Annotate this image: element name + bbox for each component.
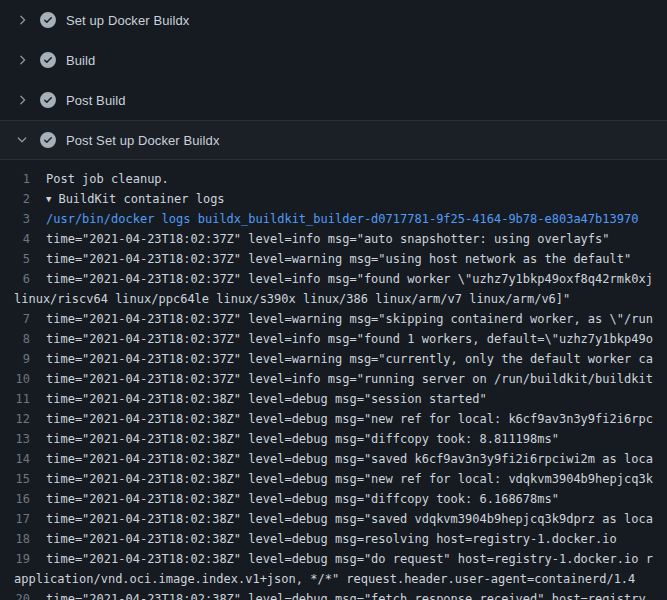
- log-line-text: time="2021-04-23T18:02:38Z" level=debug …: [46, 409, 667, 429]
- log-line-number[interactable]: 8: [0, 329, 46, 349]
- log-line-number[interactable]: 19: [0, 549, 46, 569]
- check-circle-icon: [40, 92, 56, 108]
- log-line: 19time="2021-04-23T18:02:38Z" level=debu…: [0, 549, 667, 569]
- log-line: 5time="2021-04-23T18:02:37Z" level=warni…: [0, 249, 667, 269]
- chevron-down-icon: [14, 132, 30, 148]
- log-line-text: time="2021-04-23T18:02:38Z" level=debug …: [46, 549, 667, 569]
- step-label: Post Set up Docker Buildx: [66, 133, 220, 148]
- check-circle-icon: [40, 52, 56, 68]
- log-line: 14time="2021-04-23T18:02:38Z" level=debu…: [0, 449, 667, 469]
- log-line: 2▼BuildKit container logs: [0, 189, 667, 209]
- log-line-number[interactable]: 1: [0, 169, 46, 189]
- log-line: 3/usr/bin/docker logs buildx_buildkit_bu…: [0, 209, 667, 229]
- log-line-number[interactable]: 4: [0, 229, 46, 249]
- log-line: 7time="2021-04-23T18:02:37Z" level=warni…: [0, 309, 667, 329]
- chevron-right-icon: [14, 12, 30, 28]
- log-line-text: time="2021-04-23T18:02:38Z" level=debug …: [46, 489, 667, 509]
- chevron-right-icon: [14, 92, 30, 108]
- log-line-text: time="2021-04-23T18:02:37Z" level=warnin…: [46, 249, 667, 269]
- step-label: Post Build: [66, 93, 126, 108]
- log-group-title: BuildKit container logs: [58, 192, 224, 206]
- log-line-text: time="2021-04-23T18:02:38Z" level=debug …: [46, 429, 667, 449]
- log-line-number[interactable]: 17: [0, 509, 46, 529]
- log-line: 17time="2021-04-23T18:02:38Z" level=debu…: [0, 509, 667, 529]
- log-group-toggle-icon[interactable]: ▼: [46, 189, 51, 209]
- log-line: 1Post job cleanup.: [0, 169, 667, 189]
- log-command-text: /usr/bin/docker logs buildx_buildkit_bui…: [46, 209, 667, 229]
- log-line-text: Post job cleanup.: [46, 169, 667, 189]
- log-line-text: time="2021-04-23T18:02:38Z" level=debug …: [46, 389, 667, 409]
- log-line: 6time="2021-04-23T18:02:37Z" level=info …: [0, 269, 667, 289]
- log-line-number[interactable]: 5: [0, 249, 46, 269]
- log-line-number[interactable]: 7: [0, 309, 46, 329]
- log-line-number[interactable]: 2: [0, 189, 46, 209]
- log-line-number[interactable]: 14: [0, 449, 46, 469]
- log-line-number[interactable]: 13: [0, 429, 46, 449]
- log-line-text: time="2021-04-23T18:02:38Z" level=debug …: [46, 529, 667, 549]
- log-line-text: time="2021-04-23T18:02:38Z" level=debug …: [46, 509, 667, 529]
- log-line-number[interactable]: 16: [0, 489, 46, 509]
- step-header-build[interactable]: Build: [0, 40, 667, 80]
- check-circle-icon: [40, 132, 56, 148]
- log-line: 11time="2021-04-23T18:02:38Z" level=debu…: [0, 389, 667, 409]
- log-line-number[interactable]: 3: [0, 209, 46, 229]
- log-line-text: time="2021-04-23T18:02:37Z" level=info m…: [46, 369, 667, 389]
- log-line-text: time="2021-04-23T18:02:37Z" level=warnin…: [46, 309, 667, 329]
- log-line-number[interactable]: 18: [0, 529, 46, 549]
- step-header-set-up-docker-buildx[interactable]: Set up Docker Buildx: [0, 0, 667, 40]
- log-line-text: time="2021-04-23T18:02:37Z" level=info m…: [46, 229, 667, 249]
- log-line-text: time="2021-04-23T18:02:38Z" level=debug …: [46, 449, 667, 469]
- log-line: 20time="2021-04-23T18:02:38Z" level=debu…: [0, 589, 667, 600]
- log-line: 10time="2021-04-23T18:02:37Z" level=info…: [0, 369, 667, 389]
- log-line-continuation: application/vnd.oci.image.index.v1+json,…: [0, 569, 667, 589]
- log-line-text: time="2021-04-23T18:02:38Z" level=debug …: [46, 469, 667, 489]
- log-line-number[interactable]: 6: [0, 269, 46, 289]
- log-line-number[interactable]: 12: [0, 409, 46, 429]
- log-line-text: time="2021-04-23T18:02:37Z" level=warnin…: [46, 349, 667, 369]
- log-line: 4time="2021-04-23T18:02:37Z" level=info …: [0, 229, 667, 249]
- log-line-text: time="2021-04-23T18:02:38Z" level=debug …: [46, 589, 667, 600]
- log-line: 13time="2021-04-23T18:02:38Z" level=debu…: [0, 429, 667, 449]
- log-line-number[interactable]: 15: [0, 469, 46, 489]
- log-line: 9time="2021-04-23T18:02:37Z" level=warni…: [0, 349, 667, 369]
- log-area: 1Post job cleanup.2▼BuildKit container l…: [0, 160, 667, 600]
- log-line-number[interactable]: 9: [0, 349, 46, 369]
- log-line-text: time="2021-04-23T18:02:37Z" level=info m…: [46, 329, 667, 349]
- step-label: Set up Docker Buildx: [66, 13, 189, 28]
- log-line: 16time="2021-04-23T18:02:38Z" level=debu…: [0, 489, 667, 509]
- log-line: 18time="2021-04-23T18:02:38Z" level=debu…: [0, 529, 667, 549]
- log-line-continuation: linux/riscv64 linux/ppc64le linux/s390x …: [0, 289, 667, 309]
- step-header-post-set-up-docker-buildx[interactable]: Post Set up Docker Buildx: [0, 120, 667, 160]
- step-header-post-build[interactable]: Post Build: [0, 80, 667, 120]
- log-line: 15time="2021-04-23T18:02:38Z" level=debu…: [0, 469, 667, 489]
- step-label: Build: [66, 53, 95, 68]
- log-line: 12time="2021-04-23T18:02:38Z" level=debu…: [0, 409, 667, 429]
- steps-list: Set up Docker BuildxBuildPost BuildPost …: [0, 0, 667, 160]
- log-line-text: time="2021-04-23T18:02:37Z" level=info m…: [46, 269, 667, 289]
- chevron-right-icon: [14, 52, 30, 68]
- log-line: 8time="2021-04-23T18:02:37Z" level=info …: [0, 329, 667, 349]
- log-line-text: ▼BuildKit container logs: [46, 189, 667, 209]
- check-circle-icon: [40, 12, 56, 28]
- log-line-number[interactable]: 11: [0, 389, 46, 409]
- log-line-number[interactable]: 10: [0, 369, 46, 389]
- log-line-number[interactable]: 20: [0, 589, 46, 600]
